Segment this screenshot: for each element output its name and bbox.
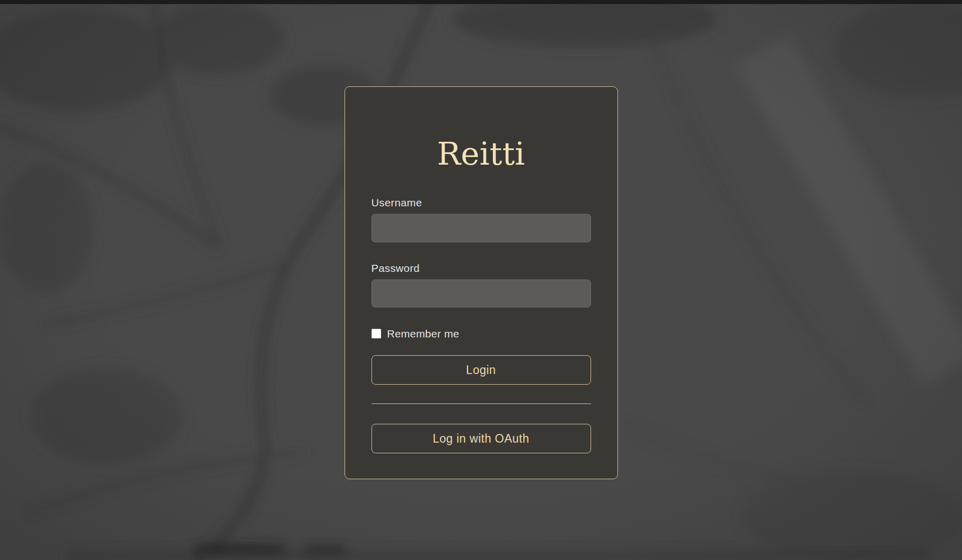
screen: Reitti Username Password Remember me Log… xyxy=(0,0,962,560)
remember-me-row: Remember me xyxy=(371,326,591,341)
username-label: Username xyxy=(371,195,591,210)
app-title: Reitti xyxy=(371,137,591,171)
oauth-login-button[interactable]: Log in with OAuth xyxy=(371,424,591,453)
divider xyxy=(371,403,591,404)
top-frame-bar xyxy=(0,0,962,4)
password-input[interactable] xyxy=(371,279,591,307)
login-button[interactable]: Login xyxy=(371,355,591,385)
password-label: Password xyxy=(371,261,591,275)
password-field: Password xyxy=(371,261,591,307)
remember-me-label[interactable]: Remember me xyxy=(387,326,459,341)
username-field: Username xyxy=(371,195,591,242)
remember-me-checkbox[interactable] xyxy=(371,329,381,338)
login-form: Username Password Remember me Login Log … xyxy=(371,195,591,453)
login-card: Reitti Username Password Remember me Log… xyxy=(345,86,618,479)
username-input[interactable] xyxy=(371,214,591,242)
